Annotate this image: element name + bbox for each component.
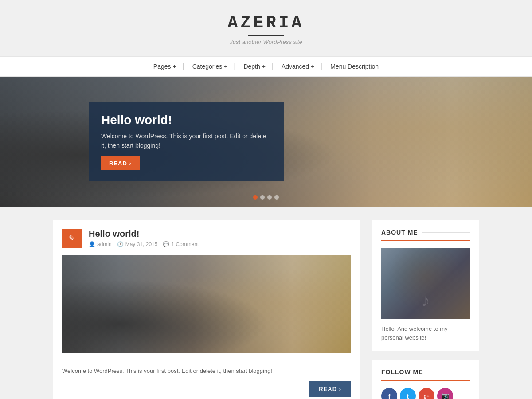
author-icon: 👤 <box>89 241 95 247</box>
about-image <box>381 248 470 319</box>
nav-link-categories[interactable]: Categories + <box>184 57 236 76</box>
hero-slider: Hello world! Welcome to WordPress. This … <box>0 77 532 207</box>
nav-link-pages[interactable]: Pages + <box>145 57 184 76</box>
post-image <box>62 255 351 353</box>
twitter-icon[interactable]: t <box>400 388 416 399</box>
post-meta: 👤 admin 🕐 May 31, 2015 💬 1 Comment <box>89 241 199 247</box>
nav-item-menu-description[interactable]: Menu Description <box>322 57 387 76</box>
hero-text: Welcome to WordPress. This is your first… <box>101 132 271 150</box>
post-edit-icon: ✎ <box>62 229 82 248</box>
site-header: AZERIA Just another WordPress site <box>0 0 532 56</box>
follow-widget-title: FOLLOW ME <box>381 368 470 381</box>
about-widget: ABOUT ME Hello! And welcome to my person… <box>372 220 479 351</box>
google-plus-icon[interactable]: g+ <box>419 388 434 399</box>
nav-link-menu-description[interactable]: Menu Description <box>322 57 387 76</box>
sidebar: ABOUT ME Hello! And welcome to my person… <box>372 220 479 399</box>
about-text: Hello! And welcome to my personal websit… <box>381 325 470 342</box>
post-meta-block: Hello world! 👤 admin 🕐 May 31, 2015 💬 <box>89 229 199 247</box>
post-header: ✎ Hello world! 👤 admin 🕐 May 31, 2015 <box>62 229 351 248</box>
main-nav: Pages + Categories + Depth + Advanced + … <box>0 56 532 77</box>
site-tagline: Just another WordPress site <box>9 39 523 45</box>
post-card: ✎ Hello world! 👤 admin 🕐 May 31, 2015 <box>53 220 360 399</box>
main-content: ✎ Hello world! 👤 admin 🕐 May 31, 2015 <box>44 220 488 399</box>
facebook-icon[interactable]: f <box>381 388 397 399</box>
nav-item-depth[interactable]: Depth + <box>235 57 273 76</box>
post-read-button[interactable]: READ › <box>309 381 351 397</box>
content-area: ✎ Hello world! 👤 admin 🕐 May 31, 2015 <box>53 220 360 399</box>
hero-dot-2[interactable] <box>260 195 265 200</box>
instagram-icon[interactable]: 📷 <box>437 388 453 399</box>
nav-link-advanced[interactable]: Advanced + <box>274 57 322 76</box>
hero-dot-1[interactable] <box>253 195 258 200</box>
hero-title: Hello world! <box>101 113 271 127</box>
hero-dot-4[interactable] <box>274 195 279 200</box>
social-icons: f t g+ 📷 p ◉ <box>381 388 470 399</box>
hero-dot-3[interactable] <box>267 195 272 200</box>
nav-item-advanced[interactable]: Advanced + <box>274 57 322 76</box>
post-excerpt: Welcome to WordPress. This is your first… <box>62 360 351 381</box>
nav-link-depth[interactable]: Depth + <box>235 57 273 76</box>
nav-list: Pages + Categories + Depth + Advanced + … <box>0 57 532 76</box>
hero-dots <box>253 195 279 200</box>
hero-content: Hello world! Welcome to WordPress. This … <box>89 102 284 181</box>
post-author: 👤 admin <box>89 241 112 247</box>
post-title: Hello world! <box>89 229 199 239</box>
clock-icon: 🕐 <box>117 241 124 247</box>
site-title: AZERIA <box>9 13 523 36</box>
post-date: 🕐 May 31, 2015 <box>117 241 158 247</box>
about-widget-title: ABOUT ME <box>381 229 470 241</box>
follow-widget: FOLLOW ME f t g+ 📷 p ◉ <box>372 360 479 399</box>
hero-read-button[interactable]: READ › <box>101 156 140 170</box>
nav-item-categories[interactable]: Categories + <box>184 57 236 76</box>
comment-icon: 💬 <box>163 241 169 247</box>
nav-item-pages[interactable]: Pages + <box>145 57 184 76</box>
post-comments: 💬 1 Comment <box>163 241 199 247</box>
